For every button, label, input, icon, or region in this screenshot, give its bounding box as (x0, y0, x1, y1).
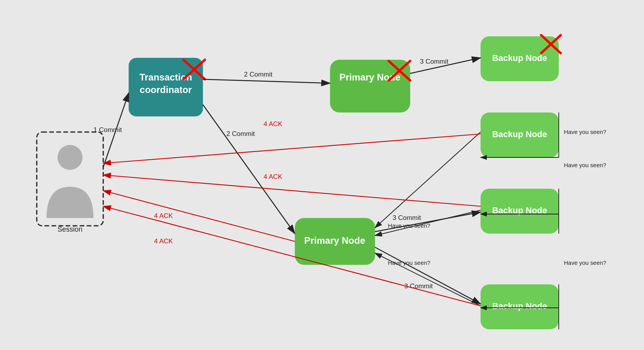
label-3-commit-bottom: 3 Commit (404, 282, 433, 290)
svg-point-4 (57, 145, 83, 170)
label-have-seen-1: Have you seen? (564, 129, 606, 135)
primary-node-bottom-label: Primary Node (304, 235, 365, 246)
session-label: Session (57, 225, 82, 233)
label-4-ack-1: 4 ACK (264, 120, 283, 128)
tc-label2: coordinator (140, 84, 192, 95)
primary-node-top (330, 60, 410, 112)
label-have-seen-4: Have you seen? (564, 259, 606, 266)
label-2-commit-bottom: 2 Commit (226, 130, 255, 138)
backup-node-2-label: Backup Node (492, 129, 547, 139)
label-4-ack-3: 4 ACK (154, 212, 173, 220)
label-4-ack-4: 4 ACK (154, 238, 173, 245)
label-3-commit-top: 3 Commit (420, 58, 448, 65)
label-have-seen-5: Have you seen? (388, 259, 430, 266)
label-have-seen-2: Have you seen? (564, 162, 606, 168)
backup-node-1-label: Backup Node (492, 53, 547, 63)
backup-node-4-label: Backup Node (492, 301, 547, 311)
diagram-container: Session Transaction coordinator Primary … (13, 11, 631, 339)
label-have-seen-3: Have you seen? (388, 222, 430, 229)
label-2-commit-top: 2 Commit (244, 71, 273, 78)
label-4-ack-2: 4 ACK (264, 173, 283, 180)
label-1-commit: 1 Commit (93, 126, 122, 134)
label-3-commit-mid: 3 Commit (393, 214, 421, 221)
